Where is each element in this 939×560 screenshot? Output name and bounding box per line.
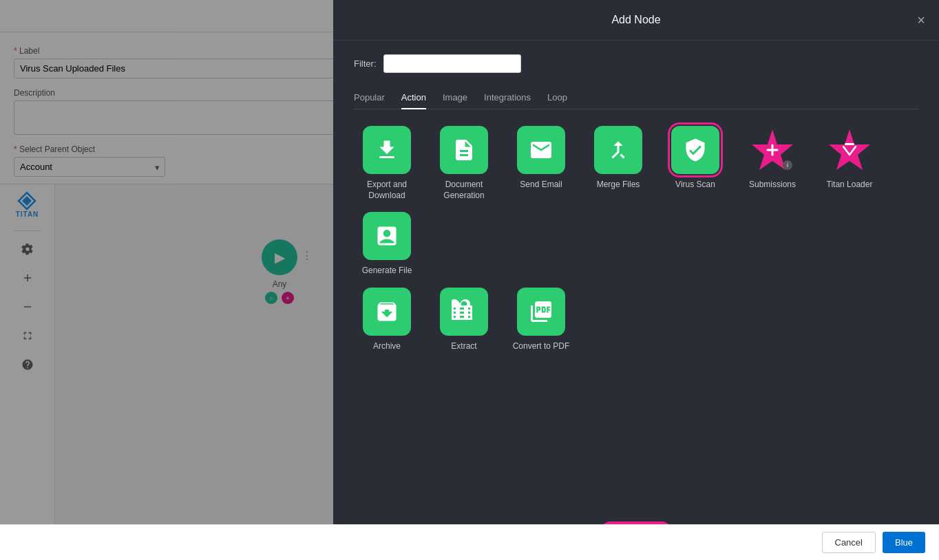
modal-close-button[interactable]: × bbox=[917, 13, 925, 27]
node-item-generate-file[interactable]: Generate File bbox=[354, 212, 420, 277]
modal-tabs: Popular Action Image Integrations Loop bbox=[354, 87, 918, 109]
node-icon-submissions: i bbox=[748, 126, 796, 174]
submissions-info-badge: i bbox=[783, 160, 792, 170]
node-label-submissions: Submissions bbox=[749, 180, 796, 191]
node-item-send-email[interactable]: Send Email bbox=[508, 126, 574, 201]
tab-loop[interactable]: Loop bbox=[547, 87, 567, 109]
tab-action[interactable]: Action bbox=[401, 87, 426, 109]
node-label-generate-file: Generate File bbox=[362, 266, 412, 277]
node-item-convert-pdf[interactable]: Convert to PDF bbox=[508, 288, 574, 352]
node-item-merge-files[interactable]: Merge Files bbox=[585, 126, 651, 201]
node-label-send-email: Send Email bbox=[520, 180, 562, 191]
tab-image[interactable]: Image bbox=[443, 87, 467, 109]
add-node-modal: Add Node × Filter: Popular Action Image … bbox=[333, 0, 939, 542]
cancel-button[interactable]: Cancel bbox=[822, 532, 876, 542]
node-item-archive[interactable]: Archive bbox=[354, 288, 420, 352]
node-item-virus-scan[interactable]: Virus Scan bbox=[662, 126, 728, 201]
node-icon-convert-pdf bbox=[517, 288, 565, 336]
node-label-titan-loader: Titan Loader bbox=[827, 180, 873, 191]
modal-header: Add Node × bbox=[333, 0, 939, 41]
node-item-export-download[interactable]: Export and Download bbox=[354, 126, 420, 201]
save-button[interactable]: Blue bbox=[883, 532, 925, 542]
node-grid-row1: Export and Download Document Generation … bbox=[354, 126, 918, 277]
node-icon-generate-file bbox=[363, 212, 411, 260]
node-label-document-generation: Document Generation bbox=[431, 180, 497, 201]
filter-input[interactable] bbox=[383, 54, 521, 73]
modal-title: Add Node bbox=[611, 14, 660, 26]
node-icon-virus-scan bbox=[671, 126, 719, 174]
node-label-archive: Archive bbox=[373, 341, 401, 352]
node-grid-row2: Archive Extract Convert to PDF bbox=[354, 288, 918, 352]
node-icon-archive bbox=[363, 288, 411, 336]
node-item-titan-loader[interactable]: Titan Loader bbox=[816, 126, 883, 201]
node-item-extract[interactable]: Extract bbox=[431, 288, 497, 352]
bottom-bar: Cancel Blue bbox=[0, 524, 939, 542]
svg-marker-3 bbox=[829, 129, 870, 170]
node-label-merge-files: Merge Files bbox=[597, 180, 640, 191]
node-icon-send-email bbox=[517, 126, 565, 174]
node-icon-titan-loader bbox=[825, 126, 874, 174]
node-item-document-generation[interactable]: Document Generation bbox=[431, 126, 497, 201]
node-label-export-download: Export and Download bbox=[354, 180, 420, 201]
node-item-submissions[interactable]: i Submissions bbox=[739, 126, 805, 201]
node-label-convert-pdf: Convert to PDF bbox=[513, 341, 570, 352]
node-label-extract: Extract bbox=[451, 341, 476, 352]
node-icon-export bbox=[363, 126, 411, 174]
tab-popular[interactable]: Popular bbox=[354, 87, 385, 109]
filter-label: Filter: bbox=[354, 58, 377, 69]
filter-row: Filter: bbox=[354, 54, 918, 73]
node-icon-merge-files bbox=[594, 126, 642, 174]
svg-rect-4 bbox=[845, 143, 854, 145]
tab-integrations[interactable]: Integrations bbox=[484, 87, 531, 109]
node-icon-extract bbox=[440, 288, 488, 336]
node-label-virus-scan: Virus Scan bbox=[675, 180, 715, 191]
node-icon-document bbox=[440, 126, 488, 174]
modal-body: Filter: Popular Action Image Integration… bbox=[333, 41, 939, 508]
